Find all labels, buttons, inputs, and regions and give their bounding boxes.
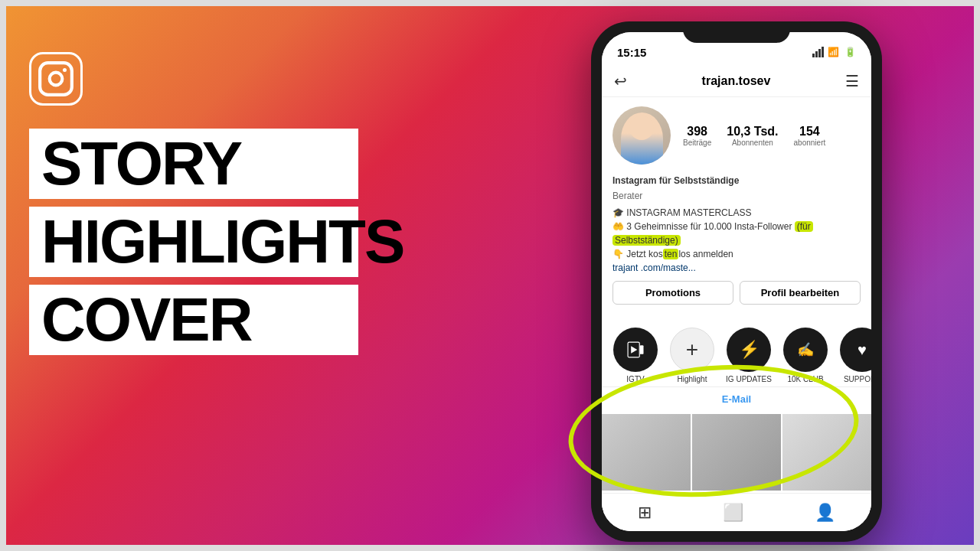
promotions-button[interactable]: Promotions (612, 281, 733, 305)
app-content: ↩ trajan.tosev ☰ (602, 66, 871, 531)
instagram-icon (29, 52, 83, 106)
bio-line-4: 👇 Jetzt kostenlos anmelden (612, 247, 861, 261)
10k-club-label: 10K CLUB (787, 375, 823, 383)
left-panel: STORY HIGHLIGHTS COVER (29, 52, 358, 355)
bio-name: Instagram für Selbstständige (612, 174, 861, 187)
phone-screen: 15:15 📶 🔋 (602, 32, 871, 531)
profile-section: 398 Beiträge 10,3 Tsd. Abonnenten 154 ab… (602, 97, 871, 321)
status-time: 15:15 (617, 46, 646, 59)
bio-line-2: 🤲 3 Geheimnisse für 10.000 Insta-Followe… (612, 220, 861, 233)
phone-mockup: 15:15 📶 🔋 (591, 21, 882, 542)
tag-nav-icon[interactable]: 👤 (815, 503, 835, 523)
highlight-10k-club[interactable]: ✍️ 10K CLUB (779, 328, 831, 383)
bio-section: Instagram für Selbstständige Berater 🎓 I… (612, 174, 861, 275)
highlight-label: Highlight (678, 375, 707, 383)
app-navbar: ↩ trajan.tosev ☰ (602, 66, 871, 97)
support-label: SUPPORT (844, 375, 871, 383)
bio-line-3: Selbstständige) (612, 233, 861, 247)
edit-profile-button[interactable]: Profil bearbeiten (740, 281, 861, 305)
svg-rect-4 (640, 345, 644, 354)
profile-row: 398 Beiträge 10,3 Tsd. Abonnenten 154 ab… (612, 106, 861, 165)
highlights-row: IGTV + Highlight ⚡ IG UPDATES (602, 328, 871, 383)
right-panel: 15:15 📶 🔋 (522, 21, 951, 542)
title-line-highlights: HIGHLIGHTS (29, 207, 358, 277)
igtv-label: IGTV (626, 375, 644, 383)
email-row[interactable]: E-Mail (602, 386, 871, 411)
ig-updates-label: IG UPDATES (726, 375, 772, 383)
svg-point-2 (63, 68, 67, 72)
stat-posts: 398 Beiträge (683, 125, 711, 147)
title-line-story: STORY (29, 129, 358, 199)
igtv-circle (613, 328, 658, 372)
bio-line-1: 🎓 INSTAGRAM MASTERCLASS (612, 206, 861, 220)
highlight-igtv[interactable]: IGTV (609, 328, 662, 383)
status-icons: 📶 🔋 (812, 47, 856, 57)
avatar (612, 106, 671, 165)
support-circle: ♥ (840, 328, 871, 372)
menu-icon[interactable]: ☰ (845, 72, 859, 90)
main-container: STORY HIGHLIGHTS COVER 15:15 (0, 0, 980, 551)
title-line-cover: COVER (29, 285, 358, 355)
phone-notch (683, 21, 790, 43)
highlight-ig-updates[interactable]: ⚡ IG UPDATES (723, 328, 775, 383)
battery-icon: 🔋 (844, 47, 856, 57)
10k-club-circle: ✍️ (783, 328, 828, 372)
bookmark-nav-icon[interactable]: ⬜ (723, 503, 743, 523)
add-circle: + (670, 328, 714, 372)
highlight-support[interactable]: ♥ SUPPORT (836, 328, 871, 383)
profile-buttons: Promotions Profil bearbeiten (612, 281, 861, 305)
bio-role: Berater (612, 189, 861, 203)
grid-cell-2 (692, 414, 781, 491)
bio-line-5: trajant .com/maste... (612, 261, 861, 275)
profile-username: trajan.tosev (702, 74, 771, 88)
grid-nav-icon[interactable]: ⊞ (638, 503, 652, 523)
highlights-section: IGTV + Highlight ⚡ IG UPDATES (602, 321, 871, 491)
wifi-icon: 📶 (828, 47, 839, 57)
back-icon[interactable]: ↩ (614, 72, 627, 90)
title-block: STORY HIGHLIGHTS COVER (29, 129, 358, 355)
svg-point-1 (50, 73, 63, 86)
signal-icon (812, 47, 824, 57)
grid-cell-3 (782, 414, 871, 491)
grid-cell-1 (602, 414, 691, 491)
ig-updates-circle: ⚡ (727, 328, 771, 372)
stats-row: 398 Beiträge 10,3 Tsd. Abonnenten 154 ab… (683, 125, 861, 147)
highlight-add[interactable]: + Highlight (666, 328, 718, 383)
stat-following: 154 abonniert (794, 125, 826, 147)
stat-followers: 10,3 Tsd. Abonnenten (727, 125, 778, 147)
grid-preview (602, 411, 871, 491)
svg-rect-0 (40, 63, 72, 95)
bottom-nav: ⊞ ⬜ 👤 (602, 493, 871, 531)
